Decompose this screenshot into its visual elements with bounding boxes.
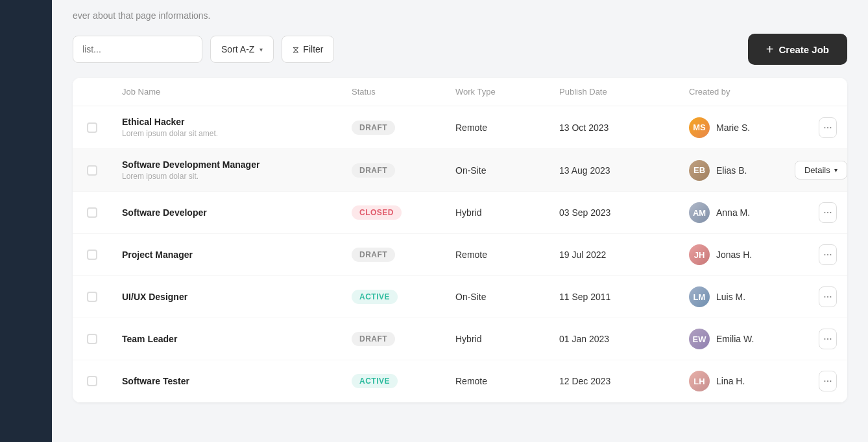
avatar: AM	[689, 202, 710, 223]
avatar: LM	[689, 286, 710, 307]
row-checkbox-cell	[73, 207, 112, 218]
status-cell: ACTIVE	[341, 374, 445, 388]
job-subtitle: Lorem ipsum dolar sit.	[122, 172, 331, 181]
status-cell: ACTIVE	[341, 290, 445, 304]
work-type: Remote	[455, 122, 487, 133]
publish-date: 11 Sep 2011	[559, 292, 610, 302]
status-cell: CLOSED	[341, 205, 445, 220]
actions-cell: ···	[808, 286, 847, 307]
row-checkbox-cell	[73, 292, 112, 302]
job-name: Project Manager	[122, 250, 331, 260]
job-name: Software Developer	[122, 207, 331, 218]
create-job-button[interactable]: + Create Job	[748, 34, 847, 65]
jobs-table: Job Name Status Work Type Publish Date C…	[73, 78, 847, 402]
job-name: Ethical Hacker	[122, 117, 331, 127]
chevron-down-icon: ▾	[259, 46, 263, 53]
filter-button[interactable]: ⧖ Filter	[282, 36, 334, 63]
work-type: Hybrid	[455, 207, 481, 218]
page-subtitle: ever about that page informations.	[52, 0, 868, 26]
row-checkbox[interactable]	[87, 165, 97, 176]
more-options-button[interactable]: ···	[819, 371, 837, 391]
ellipsis-icon: ···	[823, 291, 832, 303]
job-name-cell: Software Development Manager Lorem ipsum…	[112, 159, 341, 181]
job-name-cell: Project Manager	[112, 250, 341, 260]
row-checkbox[interactable]	[87, 207, 97, 218]
col-created-by: Created by	[679, 87, 808, 97]
ellipsis-icon: ···	[823, 207, 832, 218]
work-type: On-Site	[455, 292, 486, 302]
actions-cell: ···	[808, 117, 847, 138]
row-checkbox-cell	[73, 334, 112, 344]
creator-cell: LM Luis M.	[679, 286, 808, 307]
table-header: Job Name Status Work Type Publish Date C…	[73, 78, 847, 106]
filter-icon: ⧖	[293, 44, 299, 55]
work-type-cell: On-Site	[445, 165, 549, 176]
job-name: UI/UX Designer	[122, 292, 331, 302]
job-name-cell: Team Leader	[112, 334, 341, 344]
col-status: Status	[341, 87, 445, 97]
table-row: UI/UX Designer ACTIVE On-Site 11 Sep 201…	[73, 276, 847, 318]
row-checkbox[interactable]	[87, 376, 97, 386]
status-badge: ACTIVE	[352, 290, 398, 304]
creator-name: Elias B.	[716, 165, 747, 176]
row-checkbox-cell	[73, 165, 112, 176]
work-type: Hybrid	[455, 334, 481, 344]
table-body: Ethical Hacker Lorem ipsum dolar sit ame…	[73, 106, 847, 402]
row-checkbox[interactable]	[87, 250, 97, 260]
creator-name: Emilia W.	[716, 334, 754, 344]
avatar: EW	[689, 329, 710, 349]
work-type-cell: Hybrid	[445, 207, 549, 218]
table-row: Ethical Hacker Lorem ipsum dolar sit ame…	[73, 106, 847, 149]
sort-label: Sort A-Z	[221, 44, 254, 54]
work-type-cell: Remote	[445, 250, 549, 260]
row-checkbox[interactable]	[87, 122, 97, 133]
job-subtitle: Lorem ipsum dolar sit amet.	[122, 129, 331, 138]
table-row: Project Manager DRAFT Remote 19 Jul 2022…	[73, 234, 847, 276]
col-actions	[808, 87, 847, 97]
status-badge: DRAFT	[352, 163, 395, 178]
actions-cell: Details ▾ ···	[808, 160, 847, 181]
actions-cell: ···	[808, 244, 847, 265]
actions-cell: ···	[808, 202, 847, 223]
row-checkbox[interactable]	[87, 334, 97, 344]
work-type-cell: On-Site	[445, 292, 549, 302]
creator-cell: MS Marie S.	[679, 117, 808, 138]
status-badge: CLOSED	[352, 205, 402, 220]
ellipsis-icon: ···	[823, 333, 832, 345]
publish-date-cell: 12 Dec 2023	[549, 376, 679, 386]
plus-icon: +	[766, 42, 774, 57]
col-job-name: Job Name	[112, 87, 341, 97]
actions-cell: ···	[808, 329, 847, 349]
subtitle-text: ever about that page informations.	[73, 10, 210, 21]
job-name-cell: Ethical Hacker Lorem ipsum dolar sit ame…	[112, 117, 341, 138]
job-name-cell: Software Developer	[112, 207, 341, 218]
creator-name: Lina H.	[716, 376, 745, 386]
details-label: Details	[804, 165, 830, 175]
publish-date: 13 Aug 2023	[559, 165, 610, 176]
creator-cell: JH Jonas H.	[679, 244, 808, 265]
ellipsis-icon: ···	[823, 122, 832, 134]
details-button[interactable]: Details ▾	[795, 161, 847, 180]
main-content: ever about that page informations. Sort …	[52, 0, 868, 442]
more-options-button[interactable]: ···	[819, 117, 837, 138]
work-type: Remote	[455, 250, 487, 260]
table-row: Team Leader DRAFT Hybrid 01 Jan 2023 EW …	[73, 318, 847, 360]
search-input[interactable]	[73, 36, 202, 63]
sort-button[interactable]: Sort A-Z ▾	[210, 36, 274, 63]
ellipsis-icon: ···	[823, 375, 832, 387]
row-checkbox-cell	[73, 250, 112, 260]
row-checkbox[interactable]	[87, 292, 97, 302]
job-name: Software Development Manager	[122, 159, 331, 170]
avatar: LH	[689, 371, 710, 391]
more-options-button[interactable]: ···	[819, 286, 837, 307]
more-options-button[interactable]: ···	[819, 202, 837, 223]
more-options-button[interactable]: ···	[819, 244, 837, 265]
more-options-button[interactable]: ···	[819, 329, 837, 349]
creator-cell: LH Lina H.	[679, 371, 808, 391]
status-badge: DRAFT	[352, 121, 395, 135]
job-name: Team Leader	[122, 334, 331, 344]
status-cell: DRAFT	[341, 332, 445, 346]
avatar: MS	[689, 117, 710, 138]
publish-date-cell: 13 Oct 2023	[549, 122, 679, 133]
job-name: Software Tester	[122, 376, 331, 386]
